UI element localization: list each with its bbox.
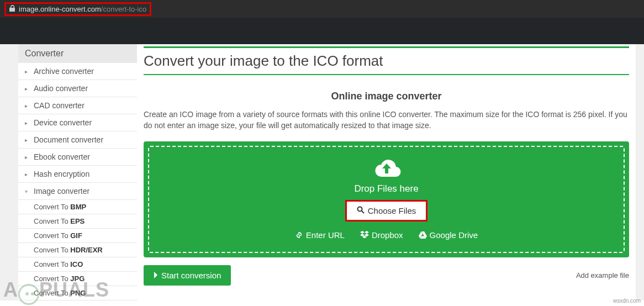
sidebar-sub-bmp[interactable]: Convert To BMP <box>18 200 137 214</box>
google-drive-label: Google Drive <box>430 230 478 240</box>
cloud-upload-icon <box>371 157 403 179</box>
dropzone-inner: Drop Files here Choose Files Enter URL D… <box>148 146 625 253</box>
sidebar-sub-hdr[interactable]: Convert To HDR/EXR <box>18 243 137 257</box>
link-icon <box>295 231 303 239</box>
svg-line-1 <box>362 211 364 213</box>
sub-heading: Online image converter <box>144 91 629 102</box>
google-drive-icon <box>419 231 427 239</box>
sidebar-item-image[interactable]: ▾Image converter <box>18 183 137 200</box>
sidebar-item-cad[interactable]: ▸CAD converter <box>18 97 137 114</box>
dropzone[interactable]: Drop Files here Choose Files Enter URL D… <box>144 141 629 257</box>
main-content: Convert your image to the ICO format Onl… <box>137 44 636 300</box>
sidebar-item-audio[interactable]: ▸Audio converter <box>18 80 137 97</box>
sidebar-item-ebook[interactable]: ▸Ebook converter <box>18 149 137 166</box>
caret-right-icon: ▸ <box>25 68 30 75</box>
dropbox-label: Dropbox <box>372 230 403 240</box>
sidebar-item-label: CAD converter <box>34 101 85 110</box>
page-title: Convert your image to the ICO format <box>144 48 629 75</box>
sidebar-item-label: Device converter <box>34 118 92 127</box>
sidebar-item-hash[interactable]: ▸Hash encryption <box>18 166 137 183</box>
choose-files-button[interactable]: Choose Files <box>347 202 426 220</box>
caret-right-icon: ▸ <box>25 137 30 143</box>
sidebar: Converter ▸Archive converter ▸Audio conv… <box>18 44 137 300</box>
caret-right-icon: ▸ <box>25 171 30 177</box>
alt-sources: Enter URL Dropbox Google Drive <box>156 230 617 240</box>
caret-right-icon: ▸ <box>25 86 30 92</box>
sidebar-item-label: Image converter <box>34 187 89 196</box>
choose-files-highlight: Choose Files <box>345 200 428 221</box>
sidebar-sub-eps[interactable]: Convert To EPS <box>18 214 137 229</box>
drop-text: Drop Files here <box>156 183 617 194</box>
sidebar-item-label: Hash encryption <box>34 170 89 178</box>
below-dropzone-row: Start conversion Add example file <box>144 265 629 286</box>
caret-right-icon: ▸ <box>25 120 30 126</box>
sidebar-item-label: Audio converter <box>34 84 88 93</box>
svg-point-0 <box>357 207 362 211</box>
url-domain[interactable]: image.online-convert.com <box>19 5 101 13</box>
start-label: Start conversion <box>161 271 221 280</box>
description-text: Create an ICO image from a variety of so… <box>144 109 629 131</box>
search-icon <box>357 206 365 215</box>
lock-icon <box>9 5 15 13</box>
add-example-file-link[interactable]: Add example file <box>576 271 629 279</box>
caret-down-icon: ▾ <box>25 188 30 194</box>
site-header <box>0 18 644 44</box>
sidebar-item-document[interactable]: ▸Document converter <box>18 131 137 149</box>
sidebar-item-label: Archive converter <box>34 67 94 76</box>
enter-url-label: Enter URL <box>306 230 345 240</box>
sidebar-item-archive[interactable]: ▸Archive converter <box>18 63 137 80</box>
google-drive-link[interactable]: Google Drive <box>419 230 478 240</box>
sidebar-item-device[interactable]: ▸Device converter <box>18 114 137 131</box>
sidebar-sub-ico[interactable]: Convert To ICO <box>18 257 137 272</box>
url-path[interactable]: /convert-to-ico <box>101 5 146 13</box>
sidebar-item-label: Document converter <box>34 135 103 144</box>
start-conversion-button[interactable]: Start conversion <box>144 265 231 286</box>
choose-files-label: Choose Files <box>368 206 416 215</box>
sidebar-item-label: Ebook converter <box>34 152 90 161</box>
content-area: Converter ▸Archive converter ▸Audio conv… <box>0 44 644 300</box>
sidebar-header: Converter <box>18 44 137 63</box>
enter-url-link[interactable]: Enter URL <box>295 230 345 240</box>
sidebar-sub-gif[interactable]: Convert To GIF <box>18 229 137 243</box>
caret-right-icon: ▸ <box>25 103 30 109</box>
caret-right-icon: ▸ <box>25 154 30 160</box>
dropbox-link[interactable]: Dropbox <box>360 230 403 240</box>
dropbox-icon <box>360 231 369 239</box>
chevron-right-icon <box>154 271 158 280</box>
url-highlight-box: image.online-convert.com/convert-to-ico <box>4 2 151 16</box>
watermark-logo: APUALS <box>3 278 109 305</box>
attribution-text: wsxdn.com <box>613 298 641 304</box>
browser-address-bar: image.online-convert.com/convert-to-ico <box>0 0 644 18</box>
